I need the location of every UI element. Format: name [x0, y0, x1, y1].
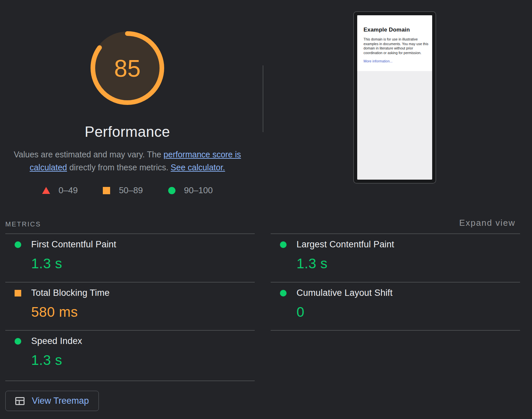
view-treemap-label: View Treemap — [32, 396, 89, 406]
pass-circle-icon — [168, 187, 175, 194]
see-calculator-link[interactable]: See calculator. — [171, 163, 225, 172]
tbt-status-icon — [15, 290, 21, 296]
summary-thumbnail-divider — [263, 65, 263, 132]
cls-status-icon — [280, 290, 287, 296]
view-treemap-button[interactable]: View Treemap — [5, 391, 99, 411]
screenshot-page-body: This domain is for use in illustrative e… — [364, 37, 429, 55]
fail-triangle-icon — [42, 187, 50, 194]
metric-total-blocking-time: Total Blocking Time 580 ms — [5, 282, 255, 330]
lcp-label: Largest Contentful Paint — [297, 239, 394, 250]
average-square-icon — [103, 187, 110, 194]
tbt-value: 580 ms — [31, 304, 255, 320]
metric-speed-index: Speed Index 1.3 s — [5, 330, 255, 380]
metrics-section-title: METRICS — [5, 220, 41, 228]
si-label: Speed Index — [31, 336, 82, 346]
metric-cumulative-layout-shift: Cumulative Layout Shift 0 — [271, 282, 520, 330]
si-status-icon — [15, 338, 21, 345]
performance-summary: 85 Performance Values are estimated and … — [0, 0, 255, 196]
lcp-status-icon — [280, 241, 287, 248]
performance-score: 85 — [114, 55, 141, 82]
performance-gauge[interactable]: 85 — [89, 29, 166, 107]
screenshot-page-top: Example Domain This domain is for use in… — [357, 15, 432, 71]
legend-range-average: 50–89 — [119, 185, 143, 196]
performance-title: Performance — [0, 124, 255, 140]
si-value: 1.3 s — [31, 352, 255, 368]
fcp-label: First Contentful Paint — [31, 239, 116, 250]
legend-item-pass: 90–100 — [168, 185, 213, 196]
metric-largest-contentful-paint: Largest Contentful Paint 1.3 s — [271, 233, 520, 282]
fcp-status-icon — [15, 241, 21, 248]
performance-gauge-svg: 85 — [89, 29, 166, 107]
legend-item-average: 50–89 — [103, 185, 143, 196]
metrics-grid: First Contentful Paint 1.3 s Largest Con… — [5, 233, 520, 411]
treemap-icon — [15, 397, 25, 405]
lcp-value: 1.3 s — [297, 256, 520, 272]
screenshot-more-information-link: More information... — [364, 59, 393, 63]
lighthouse-performance-report: 85 Performance Values are estimated and … — [0, 0, 532, 419]
disclaimer-mid: directly from these metrics. — [67, 163, 171, 172]
screenshot-content: Example Domain This domain is for use in… — [357, 15, 432, 180]
cls-label: Cumulative Layout Shift — [297, 288, 393, 298]
tbt-label: Total Blocking Time — [31, 288, 109, 298]
screenshot-page-heading: Example Domain — [364, 27, 426, 33]
metric-first-contentful-paint: First Contentful Paint 1.3 s — [5, 233, 255, 282]
disclaimer-pre: Values are estimated and may vary. The — [14, 150, 164, 159]
treemap-button-cell: View Treemap — [5, 380, 255, 411]
fcp-value: 1.3 s — [31, 256, 255, 272]
score-legend: 0–49 50–89 90–100 — [0, 185, 255, 196]
disclaimer-text: Values are estimated and may vary. The p… — [13, 148, 242, 174]
page-screenshot-thumbnail: Example Domain This domain is for use in… — [353, 11, 436, 184]
cls-value: 0 — [297, 304, 520, 320]
legend-item-fail: 0–49 — [42, 185, 78, 196]
legend-range-pass: 90–100 — [184, 185, 213, 196]
metrics-header: METRICS Expand view — [5, 205, 520, 233]
expand-view-button[interactable]: Expand view — [459, 218, 520, 228]
legend-range-fail: 0–49 — [59, 185, 78, 196]
metrics-grid-empty-cell — [271, 330, 520, 380]
report-summary-section: 85 Performance Values are estimated and … — [0, 0, 532, 205]
